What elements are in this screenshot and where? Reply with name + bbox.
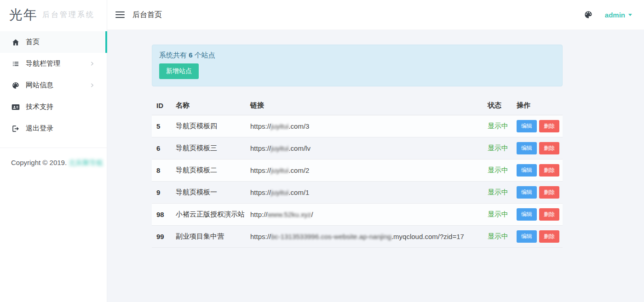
status-badge: 显示中	[488, 166, 508, 174]
chevron-right-icon	[90, 83, 95, 88]
main-content: 系统共有 6 个站点 新增站点 ID 名称 链接 状态 操作 5 导航页模板四 …	[107, 30, 644, 302]
sidebar-item-nav-management[interactable]: 导航栏管理	[0, 53, 107, 74]
link-prefix: https://	[250, 188, 271, 196]
logo-title: 光年	[9, 6, 38, 24]
sidebar-item-logout[interactable]: 退出登录	[0, 118, 107, 139]
sidebar: 光年 后台管理系统 首页 导航栏管理 网站信息	[0, 0, 107, 302]
table-row: 9 导航页模板一 https://juyitui.com/1 显示中 编辑删除	[152, 182, 563, 204]
link-blurred: www.52ku.xyz	[268, 211, 311, 218]
sidebar-item-label: 导航栏管理	[26, 59, 60, 68]
username: admin	[605, 11, 625, 19]
table-row: 98 小褚云正版授权演示站 http://www.52ku.xyz/ 显示中 编…	[152, 204, 563, 226]
chevron-right-icon	[90, 61, 95, 66]
alert-suffix: 个站点	[193, 51, 215, 59]
logo-subtitle: 后台管理系统	[42, 10, 95, 20]
table-row: 6 导航页模板三 https://juyitui.com/lv 显示中 编辑删除	[152, 137, 563, 160]
sidebar-item-label: 首页	[26, 38, 40, 46]
copyright-brand: 北辰聚导航	[69, 159, 103, 166]
alert-prefix: 系统共有	[159, 51, 189, 59]
palette-icon	[12, 81, 20, 90]
site-id: 6	[152, 137, 171, 160]
link-suffix: .myqcloud.com/?zid=17	[391, 233, 464, 240]
link-blurred: juyitui	[271, 122, 288, 130]
topbar: 后台首页 admin	[107, 0, 644, 30]
site-link: https://juyitui.com/1	[246, 182, 483, 204]
list-icon	[12, 60, 20, 68]
sidebar-menu: 首页 导航栏管理 网站信息 技术支持	[0, 31, 107, 139]
delete-button[interactable]: 删除	[539, 164, 559, 177]
header-link: 链接	[246, 96, 483, 115]
sidebar-item-label: 网站信息	[26, 81, 53, 90]
site-name: 副业项目集中营	[171, 226, 246, 248]
id-card-icon	[12, 103, 20, 111]
table-row: 99 副业项目集中营 https://bc-1313533996.cos-web…	[152, 226, 563, 248]
link-blurred: juyitui	[271, 188, 288, 196]
delete-button[interactable]: 删除	[539, 230, 559, 243]
hamburger-icon[interactable]	[115, 11, 125, 18]
site-id: 5	[152, 115, 171, 137]
status-badge: 显示中	[488, 144, 508, 152]
site-link: https://bc-1313533996.cos-website.ap-nan…	[246, 226, 483, 248]
topbar-right: admin	[584, 10, 632, 19]
site-id: 9	[152, 182, 171, 204]
logout-icon	[12, 125, 20, 133]
site-id: 8	[152, 160, 171, 182]
link-prefix: https://	[250, 233, 271, 240]
link-prefix: https://	[250, 144, 271, 152]
site-name: 导航页模板二	[171, 160, 246, 182]
sidebar-item-tech-support[interactable]: 技术支持	[0, 96, 107, 118]
link-blurred: juyitui	[271, 144, 288, 152]
edit-button[interactable]: 编辑	[517, 120, 537, 132]
add-site-button[interactable]: 新增站点	[159, 63, 199, 79]
copyright-text: Copyright © 2019.	[11, 159, 69, 166]
user-dropdown[interactable]: admin	[605, 11, 632, 19]
palette-icon[interactable]	[584, 10, 593, 19]
link-prefix: http://	[250, 211, 268, 218]
sidebar-item-label: 退出登录	[26, 124, 53, 133]
site-count-text: 系统共有 6 个站点	[159, 51, 555, 59]
table-header-row: ID 名称 链接 状态 操作	[152, 96, 563, 115]
app-logo: 光年 后台管理系统	[0, 0, 107, 30]
status-badge: 显示中	[488, 188, 508, 196]
edit-button[interactable]: 编辑	[517, 208, 537, 221]
site-count-alert: 系统共有 6 个站点 新增站点	[152, 45, 563, 86]
link-prefix: https://	[250, 166, 271, 174]
edit-button[interactable]: 编辑	[517, 142, 537, 154]
status-badge: 显示中	[488, 122, 508, 130]
status-badge: 显示中	[488, 232, 508, 240]
site-link: https://juyitui.com/3	[246, 115, 483, 137]
delete-button[interactable]: 删除	[539, 120, 559, 132]
link-blurred: juyitui	[271, 166, 288, 174]
delete-button[interactable]: 删除	[539, 208, 559, 221]
site-name: 导航页模板一	[171, 182, 246, 204]
page-title: 后台首页	[132, 10, 162, 20]
sites-table: ID 名称 链接 状态 操作 5 导航页模板四 https://juyitui.…	[152, 96, 563, 248]
table-row: 8 导航页模板二 https://juyitui.com/2 显示中 编辑删除	[152, 160, 563, 182]
header-actions: 操作	[512, 96, 563, 115]
copyright: Copyright © 2019. 北辰聚导航	[0, 148, 107, 167]
link-suffix: .com/1	[288, 188, 309, 196]
header-id: ID	[152, 96, 171, 115]
sidebar-item-home[interactable]: 首页	[0, 31, 107, 53]
site-id: 98	[152, 204, 171, 226]
link-blurred: bc-1313533996.cos-website.ap-nanjing	[271, 233, 391, 240]
link-prefix: https://	[250, 122, 271, 130]
sidebar-item-label: 技术支持	[26, 103, 53, 111]
site-id: 99	[152, 226, 171, 248]
site-name: 导航页模板三	[171, 137, 246, 160]
edit-button[interactable]: 编辑	[517, 164, 537, 177]
edit-button[interactable]: 编辑	[517, 186, 537, 199]
site-link: http://www.52ku.xyz/	[246, 204, 483, 226]
site-name: 小褚云正版授权演示站	[171, 204, 246, 226]
link-suffix: .com/3	[288, 122, 309, 130]
edit-button[interactable]: 编辑	[517, 230, 537, 243]
site-count: 6	[189, 51, 192, 59]
site-link: https://juyitui.com/2	[246, 160, 483, 182]
home-icon	[12, 38, 20, 46]
delete-button[interactable]: 删除	[539, 186, 559, 199]
table-row: 5 导航页模板四 https://juyitui.com/3 显示中 编辑删除	[152, 115, 563, 137]
sidebar-item-site-info[interactable]: 网站信息	[0, 74, 107, 96]
delete-button[interactable]: 删除	[539, 142, 559, 154]
header-status: 状态	[483, 96, 512, 115]
link-suffix: /	[311, 211, 313, 218]
